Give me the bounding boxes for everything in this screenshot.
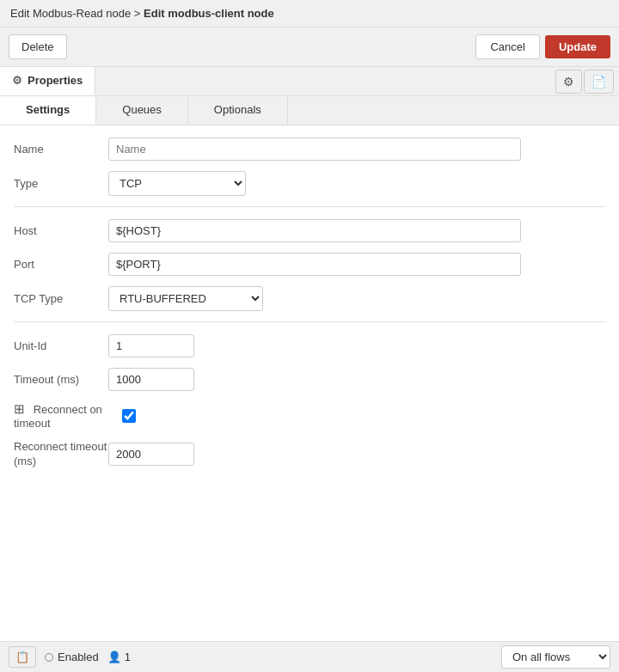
tab-settings[interactable]: Settings (0, 96, 96, 125)
status-circle-icon (45, 653, 53, 662)
doc-icon-button[interactable]: 📄 (584, 70, 614, 94)
footer-status-label: Enabled (58, 651, 99, 663)
footer-user-count: 1 (125, 651, 131, 663)
name-input[interactable] (108, 137, 521, 161)
grid-icon: ⊞ (14, 401, 25, 416)
breadcrumb-current: Edit modbus-client node (144, 7, 274, 20)
breadcrumb: Edit Modbus-Read node > Edit modbus-clie… (0, 0, 619, 27)
port-row: Port (14, 253, 605, 276)
tab-optionals[interactable]: Optionals (188, 96, 288, 125)
reconnect-label: ⊞ Reconnect on timeout (14, 401, 108, 430)
reconnect-row: ⊞ Reconnect on timeout (14, 401, 605, 430)
update-button[interactable]: Update (545, 35, 610, 58)
type-select[interactable]: TCP RTU ASCII (108, 171, 246, 196)
reconnect-timeout-row: Reconnect timeout (ms) (14, 440, 605, 469)
divider-1 (14, 206, 605, 207)
reconnect-timeout-label: Reconnect timeout (ms) (14, 440, 108, 469)
toolbar: Delete Cancel Update (0, 27, 619, 67)
timeout-row: Timeout (ms) (14, 368, 605, 391)
settings-icon-button[interactable]: ⚙ (555, 70, 582, 94)
delete-button[interactable]: Delete (9, 34, 67, 59)
reconnect-timeout-input[interactable] (108, 443, 194, 466)
footer-info-button[interactable]: 📋 (9, 646, 36, 668)
tab-queues[interactable]: Queues (96, 96, 188, 125)
sub-tabs: Settings Queues Optionals (0, 96, 619, 125)
footer-user: 👤 1 (107, 651, 131, 663)
unit-id-row: Unit-Id (14, 334, 605, 357)
host-input[interactable] (108, 219, 521, 242)
host-label: Host (14, 224, 108, 237)
form-area: Name Type TCP RTU ASCII Host Port TCP Ty… (0, 125, 619, 492)
tab-bar: ⚙ Properties ⚙ 📄 (0, 67, 619, 96)
user-icon: 👤 (107, 651, 121, 663)
form-content: Name Type TCP RTU ASCII Host Port TCP Ty… (0, 125, 619, 492)
port-label: Port (14, 258, 108, 271)
tab-bar-actions: ⚙ 📄 (555, 70, 619, 94)
flows-select[interactable]: On all flows On current flow (501, 645, 610, 669)
port-input[interactable] (108, 253, 521, 276)
unit-id-label: Unit-Id (14, 339, 108, 352)
host-row: Host (14, 219, 605, 242)
type-label: Type (14, 177, 108, 190)
name-row: Name (14, 137, 605, 161)
tcp-type-label: TCP Type (14, 292, 108, 305)
cancel-button[interactable]: Cancel (475, 34, 539, 59)
timeout-label: Timeout (ms) (14, 373, 108, 386)
breadcrumb-prefix: Edit Modbus-Read node > (10, 7, 144, 20)
tab-properties[interactable]: ⚙ Properties (0, 67, 95, 95)
unit-id-input[interactable] (108, 334, 194, 357)
type-row: Type TCP RTU ASCII (14, 171, 605, 196)
footer-left: 📋 Enabled 👤 1 (9, 646, 131, 668)
footer-status: Enabled (45, 651, 99, 663)
gear-icon: ⚙ (12, 74, 22, 87)
footer-right: On all flows On current flow (501, 645, 610, 669)
tab-properties-label: Properties (28, 74, 83, 87)
name-label: Name (14, 143, 108, 156)
tcp-type-select[interactable]: RTU-BUFFERED RTU BUFFERED (108, 286, 263, 311)
tcp-type-row: TCP Type RTU-BUFFERED RTU BUFFERED (14, 286, 605, 311)
timeout-input[interactable] (108, 368, 194, 391)
divider-2 (14, 321, 605, 322)
footer: 📋 Enabled 👤 1 On all flows On current fl… (0, 641, 619, 672)
reconnect-checkbox[interactable] (122, 409, 136, 423)
